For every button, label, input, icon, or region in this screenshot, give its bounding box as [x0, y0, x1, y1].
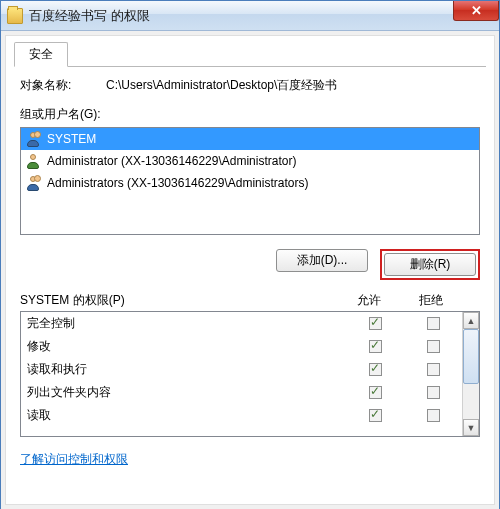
principal-buttons: 添加(D)... 删除(R): [20, 249, 480, 280]
principal-name: Administrators (XX-13036146229\Administr…: [47, 176, 308, 190]
principals-list[interactable]: SYSTEM Administrator (XX-13036146229\Adm…: [20, 127, 480, 235]
object-label: 对象名称:: [20, 77, 106, 94]
permission-row: 修改: [21, 335, 462, 358]
learn-more-link[interactable]: 了解访问控制和权限: [20, 451, 128, 468]
remove-button[interactable]: 删除(R): [384, 253, 476, 276]
permissions-header: SYSTEM 的权限(P) 允许 拒绝: [20, 292, 480, 309]
client-area: 安全 对象名称: C:\Users\Administrator\Desktop\…: [5, 35, 495, 505]
allow-column-header: 允许: [338, 292, 400, 309]
list-item[interactable]: Administrator (XX-13036146229\Administra…: [21, 150, 479, 172]
allow-checkbox[interactable]: [369, 386, 382, 399]
permissions-label: SYSTEM 的权限(P): [20, 292, 338, 309]
allow-checkbox[interactable]: [369, 317, 382, 330]
object-path: C:\Users\Administrator\Desktop\百度经验书: [106, 77, 486, 94]
permissions-rows: 完全控制 修改 读取和执行 列出文件夹内容: [21, 312, 462, 436]
window-title: 百度经验书写 的权限: [29, 7, 150, 25]
permission-name: 列出文件夹内容: [27, 384, 346, 401]
titlebar[interactable]: 百度经验书写 的权限 ✕: [1, 1, 499, 31]
close-icon: ✕: [471, 3, 482, 18]
close-button[interactable]: ✕: [453, 1, 499, 21]
deny-checkbox[interactable]: [427, 386, 440, 399]
tab-strip: 安全: [14, 42, 486, 67]
permission-row: 读取: [21, 404, 462, 427]
permission-row: 完全控制: [21, 312, 462, 335]
permissions-list: 完全控制 修改 读取和执行 列出文件夹内容: [20, 311, 480, 437]
permissions-dialog: 百度经验书写 的权限 ✕ 安全 对象名称: C:\Users\Administr…: [0, 0, 500, 509]
users-icon: [25, 131, 41, 147]
add-button[interactable]: 添加(D)...: [276, 249, 368, 272]
scroll-up-button[interactable]: ▲: [463, 312, 479, 329]
deny-checkbox[interactable]: [427, 409, 440, 422]
users-icon: [25, 175, 41, 191]
permission-name: 读取: [27, 407, 346, 424]
permission-name: 读取和执行: [27, 361, 346, 378]
permission-row: 读取和执行: [21, 358, 462, 381]
allow-checkbox[interactable]: [369, 409, 382, 422]
tab-security[interactable]: 安全: [14, 42, 68, 67]
remove-highlight: 删除(R): [380, 249, 480, 280]
permission-row: 列出文件夹内容: [21, 381, 462, 404]
allow-checkbox[interactable]: [369, 340, 382, 353]
groups-label: 组或用户名(G):: [20, 106, 486, 123]
allow-checkbox[interactable]: [369, 363, 382, 376]
scrollbar[interactable]: ▲ ▼: [462, 312, 479, 436]
folder-icon: [7, 8, 23, 24]
list-item[interactable]: Administrators (XX-13036146229\Administr…: [21, 172, 479, 194]
principal-name: Administrator (XX-13036146229\Administra…: [47, 154, 296, 168]
user-icon: [25, 153, 41, 169]
permission-name: 修改: [27, 338, 346, 355]
scroll-thumb[interactable]: [463, 329, 479, 384]
deny-checkbox[interactable]: [427, 363, 440, 376]
deny-checkbox[interactable]: [427, 317, 440, 330]
object-row: 对象名称: C:\Users\Administrator\Desktop\百度经…: [20, 77, 486, 94]
deny-column-header: 拒绝: [400, 292, 462, 309]
scroll-track[interactable]: [463, 329, 479, 419]
list-item[interactable]: SYSTEM: [21, 128, 479, 150]
permission-name: 完全控制: [27, 315, 346, 332]
principal-name: SYSTEM: [47, 132, 96, 146]
scroll-down-button[interactable]: ▼: [463, 419, 479, 436]
deny-checkbox[interactable]: [427, 340, 440, 353]
